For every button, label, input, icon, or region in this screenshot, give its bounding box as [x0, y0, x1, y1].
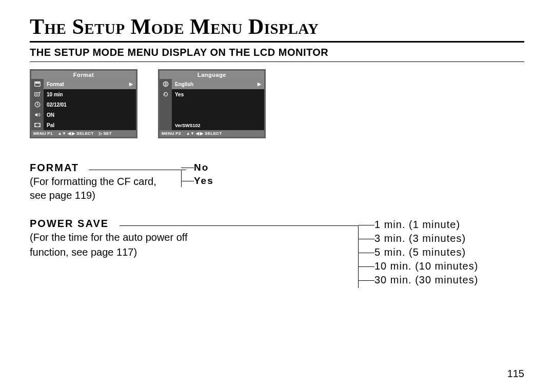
lcd1-item-format: Format▶ [44, 79, 136, 89]
power-save-options: 1 min. (1 minute) 3 min. (3 minutes) 5 m… [374, 219, 478, 288]
ps-option-30min: 30 min. (30 minutes) [374, 274, 478, 288]
lcd1-item-pal: Pal [44, 120, 136, 130]
blank-icon [160, 99, 172, 110]
lcd1-footer: MENU P1 ▲▼ ◀ ▶ SELECT ▷ SET [31, 130, 136, 137]
connector-line [89, 170, 186, 170]
clock-icon [31, 99, 44, 110]
lcd2-footer: MENU P2 ▲▼ ◀ ▶ SELECT [160, 130, 264, 137]
section-subtitle: THE SETUP MODE MENU DISPLAY ON THE LCD M… [30, 47, 524, 58]
reset-icon [160, 89, 172, 99]
svg-rect-7 [35, 123, 36, 124]
format-section: FORMAT (For formatting the CF card, see … [30, 162, 524, 202]
ps-option-1min: 1 min. (1 minute) [374, 219, 478, 233]
format-heading: FORMAT [30, 162, 79, 174]
page-number: 115 [507, 368, 524, 380]
power-icon: z [31, 89, 44, 99]
lcd1-header: Format [31, 71, 136, 79]
lcd2-blank [172, 99, 264, 110]
ps-option-3min: 3 min. (3 minutes) [374, 233, 478, 246]
power-save-section: POWER SAVE (For the time for the auto po… [30, 218, 524, 259]
lcd-screenshot-2: Language English▶ Yes VerSWS102 [158, 69, 266, 138]
svg-rect-1 [35, 82, 40, 84]
svg-rect-9 [35, 126, 36, 126]
blank-icon [160, 110, 172, 120]
video-icon [31, 120, 44, 130]
format-option-no: No [194, 162, 214, 175]
lcd2-header: Language [160, 71, 264, 79]
connector-vline [181, 170, 182, 187]
connector-line [120, 225, 358, 226]
lcd2-version: VerSWS102 [172, 120, 264, 128]
format-options: No Yes [194, 162, 214, 189]
subtitle-rule [30, 61, 524, 62]
ps-option-10min: 10 min. (10 minutes) [374, 260, 478, 274]
svg-rect-10 [39, 126, 40, 126]
svg-text:z: z [39, 91, 41, 94]
lcd1-item-10min: 10 min [44, 89, 136, 99]
sound-icon [31, 110, 44, 120]
title-rule [30, 41, 524, 43]
lcd2-blank [172, 110, 264, 120]
lcd1-item-on: ON [44, 110, 136, 120]
svg-rect-8 [39, 123, 40, 124]
lcd-row: Format z Format▶ 10 min 02/12/01 ON Pal [30, 69, 524, 138]
svg-rect-2 [35, 93, 39, 96]
power-save-desc2: function, see page 117) [30, 245, 235, 259]
power-save-desc1: (For the time for the auto power off [30, 231, 235, 244]
lcd2-item-english: English▶ [172, 79, 264, 89]
format-desc: (For formatting the CF card, see page 11… [30, 175, 173, 202]
connector-vline [358, 225, 359, 288]
svg-point-3 [36, 93, 38, 95]
format-option-yes: Yes [194, 175, 214, 189]
power-save-heading: POWER SAVE [30, 218, 109, 230]
ps-option-5min: 5 min. (5 minutes) [374, 246, 478, 260]
blank-icon [160, 120, 172, 130]
lcd2-item-yes: Yes [172, 89, 264, 99]
format-icon [31, 79, 44, 89]
lcd-screenshot-1: Format z Format▶ 10 min 02/12/01 ON Pal [30, 69, 137, 138]
lcd1-item-date: 02/12/01 [44, 99, 136, 110]
globe-icon [160, 79, 172, 89]
page-title: The Setup Mode Menu Display [30, 14, 524, 39]
